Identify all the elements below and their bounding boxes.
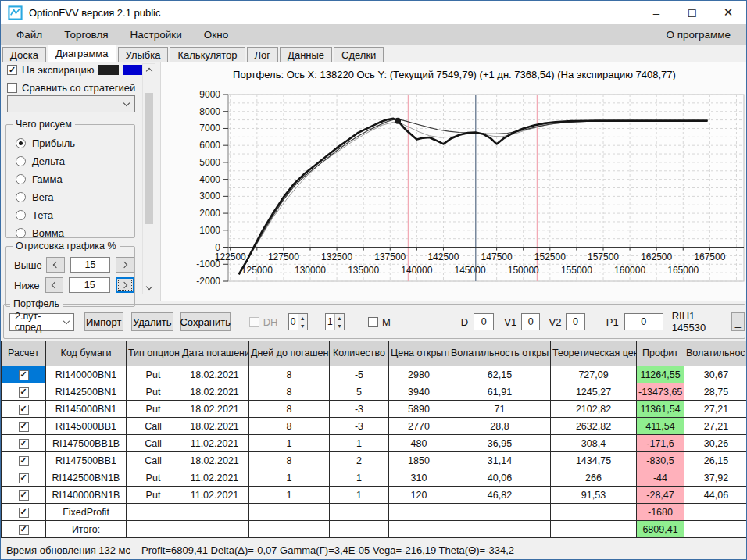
compare-strategy-select[interactable]: [7, 95, 135, 112]
menu-settings[interactable]: Настройки: [120, 24, 193, 45]
row-checkbox[interactable]: [19, 422, 29, 432]
radio-delta[interactable]: [16, 156, 26, 166]
portfolio-chart[interactable]: 9000800070006000500040003000200010000-10…: [161, 84, 747, 301]
radio-vega[interactable]: [16, 192, 26, 202]
menu-window[interactable]: Окно: [193, 24, 239, 45]
menu-file[interactable]: Файл: [5, 24, 53, 45]
radio-vomma[interactable]: [16, 228, 26, 238]
tab-deals[interactable]: Сделки: [334, 47, 384, 62]
col-header-days[interactable]: Дней до погашения: [249, 341, 330, 366]
table-row[interactable]: RI142500BN1B Put 11.02.2021 1 1 310 40,0…: [2, 469, 747, 487]
portfolio-select[interactable]: 2.пут-спред: [9, 313, 74, 331]
radio-row-vomma[interactable]: Вомма: [6, 224, 134, 242]
table-row[interactable]: RI145000BB1 Call 18.02.2021 8 -3 2770 28…: [2, 418, 747, 435]
radio-profit[interactable]: [16, 138, 26, 148]
col-header-code[interactable]: Код бумаги: [46, 341, 127, 366]
spin-up-icon[interactable]: ▲: [298, 314, 307, 322]
table-row-total[interactable]: Итого: 6809,41: [2, 521, 747, 538]
col-header-theor-price[interactable]: Теоретическая цена: [551, 341, 637, 366]
table-row[interactable]: RI147500BB1B Call 11.02.2021 1 1 480 36,…: [2, 435, 747, 452]
menu-about[interactable]: О программе: [655, 24, 742, 45]
minimize-button[interactable]: –: [638, 1, 674, 24]
calc-cell[interactable]: [2, 469, 46, 487]
above-decrease-button[interactable]: [46, 257, 65, 273]
table-row[interactable]: RI140000BN1B Put 11.02.2021 1 1 120 46,8…: [2, 487, 747, 504]
scrollbar-thumb[interactable]: [145, 93, 153, 224]
calc-cell[interactable]: [2, 366, 46, 383]
tab-smile[interactable]: Улыбка: [118, 47, 169, 62]
row-checkbox[interactable]: [19, 525, 29, 535]
radio-row-gamma[interactable]: Гамма: [6, 170, 134, 188]
row-checkbox[interactable]: [19, 370, 29, 380]
tab-diagram[interactable]: Диаграмма: [48, 45, 116, 62]
spinner-arrows[interactable]: ▲▼: [334, 314, 344, 330]
col-header-type[interactable]: Тип опциона: [127, 341, 180, 366]
col-header-volatility[interactable]: Волатильность: [684, 341, 747, 366]
row-checkbox[interactable]: [19, 439, 29, 449]
radio-gamma[interactable]: [16, 174, 26, 184]
v1-field[interactable]: 0: [521, 313, 540, 330]
col-header-calc[interactable]: Расчет: [2, 341, 46, 366]
v2-field[interactable]: 0: [566, 313, 584, 330]
col-header-open-vol[interactable]: Волатильность открытия: [449, 341, 551, 366]
tab-board[interactable]: Доска: [2, 47, 46, 62]
col-header-open-price[interactable]: Цена открытия: [389, 341, 449, 366]
radio-row-vega[interactable]: Вега: [6, 188, 134, 206]
expiration-checkbox[interactable]: [7, 65, 17, 75]
below-value-input[interactable]: 15: [69, 277, 110, 293]
calc-cell[interactable]: [2, 418, 46, 435]
dh-checkbox[interactable]: [249, 317, 259, 327]
table-row[interactable]: RI145000BN1 Put 18.02.2021 8 -3 5890 71 …: [2, 401, 747, 418]
spinner-2[interactable]: 1 ▲▼: [325, 313, 345, 330]
m-checkbox[interactable]: [368, 317, 378, 327]
spinner-arrows[interactable]: ▲▼: [298, 314, 307, 330]
row-checkbox[interactable]: [19, 387, 29, 398]
row-checkbox[interactable]: [19, 490, 29, 501]
radio-theta[interactable]: [16, 210, 26, 220]
save-button[interactable]: Сохранить: [180, 312, 231, 331]
d-field[interactable]: 0: [474, 313, 494, 330]
col-header-quantity[interactable]: Количество: [330, 341, 389, 366]
table-row[interactable]: RI140000BN1 Put 18.02.2021 8 -5 2980 62,…: [2, 366, 747, 383]
row-checkbox[interactable]: [19, 405, 29, 415]
maximize-button[interactable]: ◻: [674, 1, 710, 24]
row-checkbox[interactable]: [19, 508, 29, 518]
calc-cell[interactable]: [2, 401, 46, 418]
spinner-1[interactable]: 0 ▲▼: [288, 313, 308, 330]
row-checkbox[interactable]: [19, 456, 29, 466]
calc-cell[interactable]: [2, 383, 46, 401]
calc-cell[interactable]: [2, 504, 46, 521]
col-header-expiry-date[interactable]: Дата погашения: [180, 341, 249, 366]
current-line-color-swatch[interactable]: [123, 65, 144, 75]
scrollbar-track[interactable]: [143, 76, 155, 282]
tab-log[interactable]: Лог: [247, 47, 279, 62]
compare-strategy-checkbox[interactable]: [7, 83, 17, 93]
spin-up-icon[interactable]: ▲: [335, 314, 344, 322]
p1-field[interactable]: 0: [624, 313, 663, 330]
tab-calculator[interactable]: Калькулятор: [170, 47, 245, 62]
close-button[interactable]: ✕: [710, 1, 746, 24]
below-increase-button[interactable]: [116, 277, 134, 293]
row-checkbox[interactable]: [19, 473, 29, 483]
delete-button[interactable]: Удалить: [131, 312, 173, 331]
below-decrease-button[interactable]: [45, 277, 64, 293]
tab-data[interactable]: Данные: [280, 47, 332, 62]
calc-cell[interactable]: [2, 521, 46, 538]
calc-cell[interactable]: [2, 435, 46, 452]
col-header-profit[interactable]: Профит: [637, 341, 684, 366]
scroll-down-button[interactable]: [143, 282, 155, 294]
menu-trading[interactable]: Торговля: [53, 24, 119, 45]
radio-row-theta[interactable]: Тета: [6, 206, 134, 224]
above-increase-button[interactable]: [116, 257, 134, 273]
collapse-button[interactable]: _: [731, 312, 745, 331]
import-button[interactable]: Импорт: [84, 312, 123, 331]
radio-row-delta[interactable]: Дельта: [6, 152, 134, 170]
sidebar-scrollbar[interactable]: [142, 63, 155, 294]
above-value-input[interactable]: 15: [70, 257, 111, 273]
spin-down-icon[interactable]: ▼: [298, 322, 307, 330]
scroll-up-button[interactable]: [143, 64, 155, 76]
table-row[interactable]: RI147500BB1 Call 18.02.2021 8 2 1850 31,…: [2, 452, 747, 469]
calc-cell[interactable]: [2, 487, 46, 504]
table-row[interactable]: FixedProfit -1680: [2, 504, 747, 521]
spin-down-icon[interactable]: ▼: [335, 322, 344, 330]
